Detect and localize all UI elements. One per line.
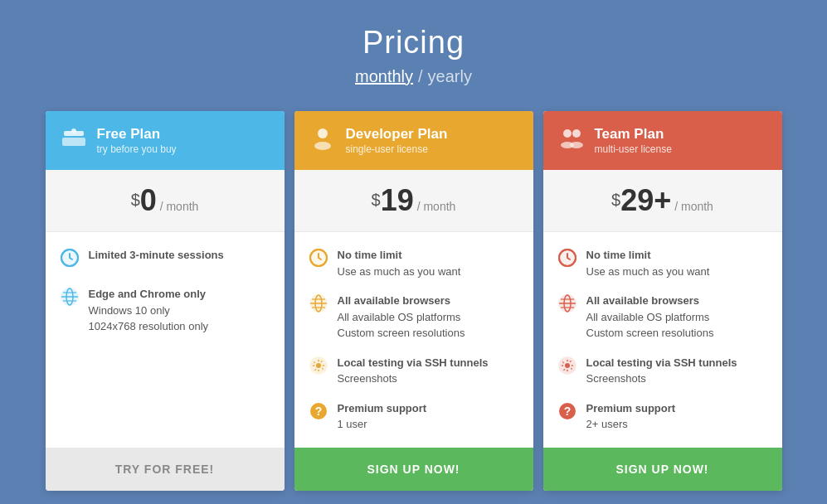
feature-icon-globe [59, 287, 80, 312]
cta-button-developer[interactable]: SIGN UP NOW! [294, 448, 533, 491]
feature-icon-question: ? [308, 401, 329, 426]
plan-icon-developer [309, 124, 336, 157]
plan-header-free: Free Plan try before you buy [46, 111, 285, 170]
svg-point-38 [565, 363, 570, 368]
feature-item: Local testing via SSH tunnelsScreenshots [308, 355, 520, 387]
price-period: / month [157, 200, 199, 213]
feature-item: Edge and Chrome onlyWindows 10 only1024x… [59, 286, 271, 335]
feature-icon-question: ? [557, 401, 578, 426]
feature-text: All available browsersAll available OS p… [338, 293, 465, 342]
feature-text: Local testing via SSH tunnelsScreenshots [338, 355, 489, 387]
feature-text: All available browsersAll available OS p… [586, 293, 714, 342]
svg-point-22 [316, 363, 321, 368]
svg-point-2 [71, 128, 76, 133]
svg-text:?: ? [314, 405, 322, 418]
price-currency: $ [131, 191, 140, 209]
price-period: / month [671, 200, 713, 213]
plan-header-team: Team Plan multi-user license [543, 111, 782, 170]
feature-text: Edge and Chrome onlyWindows 10 only1024x… [89, 286, 209, 335]
plan-features-team: No time limitUse as much as you want All… [543, 232, 782, 448]
cta-button-free[interactable]: TRY FOR FREE! [46, 448, 285, 491]
feature-text: No time limitUse as much as you want [586, 247, 710, 279]
billing-toggle: monthly / yearly [355, 67, 472, 86]
feature-text: Premium support2+ users [586, 400, 676, 433]
price-currency: $ [372, 191, 381, 209]
price-amount: 0 [140, 183, 157, 217]
feature-icon-clock [59, 248, 80, 273]
feature-item: ? Premium support1 user [308, 400, 520, 433]
plans-container: Free Plan try before you buy $0 / month [41, 111, 787, 491]
svg-rect-1 [62, 138, 85, 146]
plan-subtitle: single-user license [346, 143, 448, 155]
svg-point-25 [563, 129, 572, 138]
plan-action-developer: SIGN UP NOW! [294, 448, 533, 491]
svg-point-11 [318, 128, 328, 138]
feature-item: All available browsersAll available OS p… [557, 293, 769, 342]
feature-item: ? Premium support2+ users [557, 400, 769, 433]
price-currency: $ [611, 191, 620, 209]
plan-icon-team [558, 124, 585, 157]
feature-icon-clock [557, 248, 578, 273]
feature-text: Premium support1 user [338, 400, 427, 433]
plan-price-developer: $19 / month [294, 170, 533, 232]
feature-item: All available browsersAll available OS p… [308, 293, 520, 342]
price-period: / month [414, 200, 456, 213]
cta-button-team[interactable]: SIGN UP NOW! [543, 448, 782, 491]
billing-separator: / [418, 67, 423, 86]
page-title: Pricing [362, 25, 465, 61]
feature-text: Local testing via SSH tunnelsScreenshots [586, 355, 737, 387]
svg-point-26 [572, 129, 581, 138]
plan-header-text: Team Plan multi-user license [595, 126, 672, 155]
monthly-toggle[interactable]: monthly [355, 67, 413, 86]
plan-subtitle: multi-user license [595, 143, 672, 155]
plan-action-team: SIGN UP NOW! [543, 448, 782, 491]
feature-icon-globe [557, 293, 578, 318]
feature-item: Local testing via SSH tunnelsScreenshots [557, 355, 769, 387]
plan-header-text: Free Plan try before you buy [97, 126, 177, 155]
plan-icon-free [61, 124, 87, 157]
svg-point-28 [570, 142, 583, 148]
feature-icon-gear [308, 356, 329, 380]
plan-subtitle: try before you buy [97, 143, 177, 155]
yearly-toggle[interactable]: yearly [428, 67, 472, 86]
feature-icon-gear [557, 356, 578, 380]
feature-text: Limited 3-minute sessions [89, 247, 224, 264]
plan-name: Free Plan [97, 126, 177, 143]
plan-header-text: Developer Plan single-user license [346, 126, 448, 155]
feature-item: Limited 3-minute sessions [59, 247, 271, 273]
feature-item: No time limitUse as much as you want [557, 247, 769, 279]
svg-text:?: ? [563, 405, 571, 418]
price-amount: 29+ [620, 183, 671, 217]
feature-icon-clock [308, 248, 329, 273]
svg-point-12 [314, 142, 331, 150]
plan-header-developer: Developer Plan single-user license [294, 111, 533, 170]
plan-features-developer: No time limitUse as much as you want All… [294, 232, 533, 448]
plan-features-free: Limited 3-minute sessions Edge and Chrom… [46, 232, 285, 448]
plan-name: Team Plan [595, 126, 672, 143]
plan-price-free: $0 / month [46, 170, 285, 232]
feature-item: No time limitUse as much as you want [308, 247, 520, 279]
feature-icon-globe [308, 293, 329, 318]
plan-card-team: Team Plan multi-user license $29+ / mont… [543, 111, 782, 491]
plan-name: Developer Plan [346, 126, 448, 143]
plan-price-team: $29+ / month [543, 170, 782, 232]
plan-card-free: Free Plan try before you buy $0 / month [46, 111, 285, 491]
plan-card-developer: Developer Plan single-user license $19 /… [294, 111, 533, 491]
price-amount: 19 [381, 183, 414, 217]
plan-action-free: TRY FOR FREE! [46, 448, 285, 491]
feature-text: No time limitUse as much as you want [338, 247, 461, 279]
